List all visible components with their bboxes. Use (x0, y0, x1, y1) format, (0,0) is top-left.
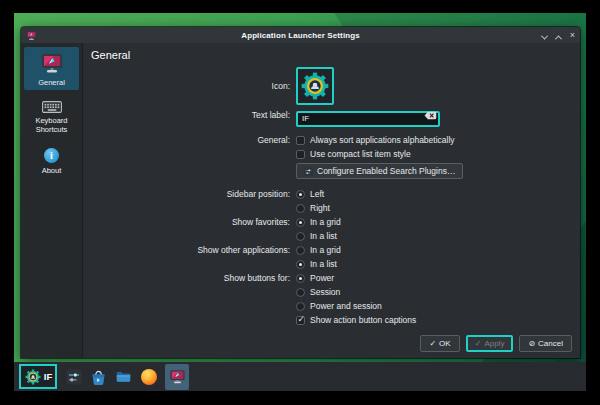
radio-power[interactable]: Power (296, 273, 334, 283)
radio-label: In a list (310, 231, 337, 241)
settings-content: General Icon: Text label: (83, 43, 580, 358)
radio-session[interactable]: Session (296, 287, 340, 297)
launcher-gear-icon (24, 368, 42, 386)
text-label-label: Text label: (83, 110, 296, 120)
icon-label: Icon: (83, 81, 296, 91)
task-application-launcher-settings[interactable] (165, 364, 189, 390)
desktop-wallpaper: Application Launcher Settings × General (14, 13, 586, 391)
settings-window: Application Launcher Settings × General (21, 27, 580, 358)
configure-icon (304, 167, 313, 176)
checkbox-compact-list[interactable]: Use compact list item style (296, 149, 411, 159)
radio-other-list[interactable]: In a list (296, 259, 337, 269)
radio-sidebar-right[interactable]: Right (296, 203, 330, 213)
sidebar-item-about[interactable]: i About (24, 144, 79, 178)
close-button[interactable]: × (570, 31, 575, 40)
radio-power-and-session[interactable]: Power and session (296, 301, 382, 311)
radio-other-grid[interactable]: In a grid (296, 245, 341, 255)
shopping-bag-icon (90, 368, 107, 386)
keyboard-icon (42, 101, 62, 113)
maximize-button[interactable] (556, 26, 561, 44)
checkbox-label: Use compact list item style (310, 149, 411, 159)
cancel-icon: ⊘ (528, 339, 535, 348)
radio-label: In a list (310, 259, 337, 269)
discover-icon[interactable] (90, 368, 107, 385)
general-page-icon (40, 51, 64, 75)
page-title: General (83, 43, 580, 61)
window-title: Application Launcher Settings (21, 31, 580, 40)
checkbox-icon (296, 136, 305, 145)
apply-button[interactable]: ✓ Apply (466, 335, 514, 352)
firefox-globe-icon (141, 369, 157, 385)
cancel-button-label: Cancel (538, 339, 563, 348)
radio-icon (296, 218, 305, 227)
radio-favorites-grid[interactable]: In a grid (296, 217, 341, 227)
chevron-up-icon (555, 35, 562, 42)
radio-icon (296, 246, 305, 255)
launcher-label: IF (44, 371, 52, 382)
file-manager-icon[interactable] (115, 368, 132, 385)
radio-icon (296, 274, 305, 283)
screenshot-frame: Application Launcher Settings × General (0, 0, 600, 405)
application-launcher-button[interactable]: IF (19, 364, 57, 389)
checkbox-icon (296, 150, 305, 159)
radio-label: Power (310, 273, 334, 283)
sidebar-position-label: Sidebar position: (83, 189, 296, 199)
radio-sidebar-left[interactable]: Left (296, 189, 324, 199)
show-favorites-label: Show favorites: (83, 217, 296, 227)
clear-text-icon[interactable] (424, 111, 437, 120)
radio-icon (296, 260, 305, 269)
show-buttons-for-label: Show buttons for: (83, 273, 296, 283)
titlebar[interactable]: Application Launcher Settings × (21, 27, 580, 43)
text-label-input[interactable] (296, 111, 440, 127)
checkbox-always-sort[interactable]: Always sort applications alphabetically (296, 135, 455, 145)
checkbox-icon (296, 316, 305, 325)
sidebar-item-general[interactable]: General (24, 47, 79, 90)
radio-icon (296, 288, 305, 297)
dialog-button-box: ✓ OK ✓ Apply ⊘ Cancel (420, 335, 572, 352)
sidebar-item-keyboard-shortcuts[interactable]: Keyboard Shortcuts (24, 97, 79, 137)
configure-search-plugins-button[interactable]: Configure Enabled Search Plugins… (296, 163, 463, 179)
radio-label: In a grid (310, 217, 341, 227)
minimize-button[interactable] (542, 26, 547, 44)
show-other-apps-label: Show other applications: (83, 245, 296, 255)
pager-settings-icon[interactable] (65, 368, 82, 385)
ok-button-label: OK (439, 339, 451, 348)
apply-button-label: Apply (484, 339, 504, 348)
sliders-icon (66, 369, 82, 385)
radio-label: In a grid (310, 245, 341, 255)
launcher-gear-icon (299, 70, 331, 102)
check-icon: ✓ (475, 339, 482, 348)
configure-button-label: Configure Enabled Search Plugins… (317, 166, 455, 176)
chevron-down-icon (541, 33, 548, 40)
radio-icon (296, 190, 305, 199)
radio-label: Session (310, 287, 340, 297)
sidebar-item-label: General (38, 78, 65, 87)
sidebar-item-label: Keyboard Shortcuts (25, 116, 78, 134)
radio-label: Right (310, 203, 330, 213)
radio-label: Power and session (310, 301, 382, 311)
icon-picker-button[interactable] (296, 67, 334, 105)
sidebar-item-label: About (42, 166, 62, 175)
radio-label: Left (310, 189, 324, 199)
checkbox-action-captions[interactable]: Show action button captions (296, 315, 416, 325)
cancel-button[interactable]: ⊘ Cancel (519, 335, 572, 352)
app-icon (169, 368, 186, 385)
radio-icon (296, 204, 305, 213)
taskbar-panel: IF (14, 362, 586, 391)
checkbox-label: Always sort applications alphabetically (310, 135, 455, 145)
checkbox-label: Show action button captions (310, 315, 416, 325)
radio-favorites-list[interactable]: In a list (296, 231, 337, 241)
radio-icon (296, 302, 305, 311)
settings-sidebar: General Keyboard Shortcuts i About (21, 43, 83, 358)
firefox-icon[interactable] (140, 368, 157, 385)
ok-button[interactable]: ✓ OK (420, 335, 459, 352)
general-group-label: General: (83, 135, 296, 145)
folder-icon (115, 367, 132, 386)
info-icon: i (44, 148, 59, 163)
radio-icon (296, 232, 305, 241)
check-icon: ✓ (429, 339, 436, 348)
